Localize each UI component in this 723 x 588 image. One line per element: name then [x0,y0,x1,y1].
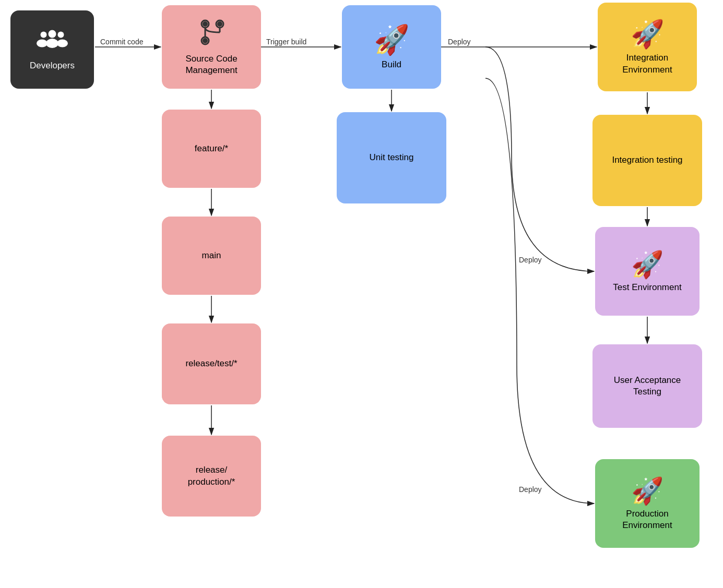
scm-node: Source Code Management [162,5,261,89]
production-label: Production Environment [622,508,672,531]
commit-code-label: Commit code [100,38,143,46]
main-label: main [202,250,221,261]
build-rocket-icon: 🚀 [374,23,410,57]
feature-node: feature/* [162,110,261,188]
uat-label: User Acceptance Testing [614,375,681,398]
developers-icon [37,27,68,60]
scm-label: Source Code Management [185,53,237,76]
build-label: Build [382,59,401,70]
test-env-label: Test Environment [613,282,681,293]
svg-point-25 [203,38,208,43]
svg-point-24 [217,21,222,27]
integration-env-label: Integration Environment [622,52,672,75]
test-env-rocket-icon: 🚀 [631,249,663,280]
integration-env-rocket-icon: 🚀 [631,18,665,50]
scm-icon [197,18,226,49]
deploy3-label: Deploy [519,485,542,494]
deploy1-label: Deploy [448,38,471,46]
main-node: main [162,217,261,295]
developers-label: Developers [30,60,75,71]
production-rocket-icon: 🚀 [631,476,663,506]
build-node: 🚀 Build [342,5,441,89]
feature-label: feature/* [195,143,228,154]
integration-testing-node: Integration testing [592,115,702,206]
unit-testing-label: Unit testing [369,152,413,163]
svg-point-13 [46,39,58,48]
test-env-node: 🚀 Test Environment [595,227,700,316]
developers-node: Developers [10,10,94,89]
release-test-label: release/test/* [185,358,237,369]
svg-point-17 [57,40,68,47]
svg-point-16 [58,32,64,38]
release-test-node: release/test/* [162,323,261,404]
release-prod-label: release/ production/* [188,464,235,487]
unit-testing-node: Unit testing [337,112,446,203]
svg-point-12 [49,30,56,38]
integration-testing-label: Integration testing [612,154,682,166]
deploy2-label: Deploy [519,256,542,264]
integration-env-node: 🚀 Integration Environment [598,3,697,91]
svg-point-14 [41,32,47,38]
svg-point-15 [37,40,48,47]
release-prod-node: release/ production/* [162,436,261,517]
svg-point-23 [203,21,208,27]
diagram-container: Commit code Trigger build Deploy Deploy … [0,0,723,588]
production-node: 🚀 Production Environment [595,459,700,548]
trigger-build-label: Trigger build [266,38,306,46]
uat-node: User Acceptance Testing [592,344,702,428]
